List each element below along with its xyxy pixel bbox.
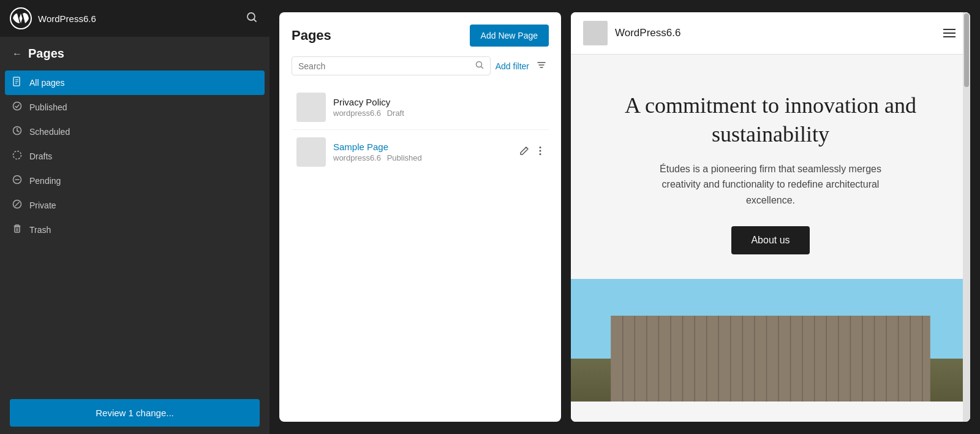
page-meta: wordpress6.6 Draft bbox=[333, 108, 544, 118]
private-icon bbox=[12, 199, 22, 211]
edit-icon bbox=[519, 146, 529, 156]
sidebar: WordPress6.6 ← Pages All pages bbox=[0, 0, 270, 434]
sidebar-nav: All pages Published Scheduled bbox=[0, 66, 270, 392]
building-illustration bbox=[571, 279, 970, 402]
search-icon bbox=[246, 12, 257, 23]
sidebar-item-all-pages-label: All pages bbox=[29, 78, 65, 88]
sidebar-header: WordPress6.6 bbox=[0, 0, 270, 37]
preview-header-left: WordPress6.6 bbox=[583, 21, 680, 45]
wp-logo-icon bbox=[10, 7, 32, 29]
preview-site-name: WordPress6.6 bbox=[615, 27, 680, 39]
svg-point-25 bbox=[540, 150, 541, 152]
search-bar: Add filter bbox=[292, 56, 549, 75]
building-image bbox=[571, 279, 970, 402]
page-status: Published bbox=[387, 153, 422, 162]
sidebar-item-drafts-label: Drafts bbox=[29, 151, 52, 161]
page-thumbnail bbox=[296, 137, 326, 167]
sidebar-pages-header: ← Pages bbox=[0, 37, 270, 66]
preview-header: WordPress6.6 bbox=[571, 12, 970, 55]
svg-point-26 bbox=[540, 153, 541, 155]
hamburger-icon bbox=[943, 29, 956, 37]
svg-point-7 bbox=[13, 102, 21, 110]
add-new-page-button[interactable]: Add New Page bbox=[470, 25, 549, 47]
edit-page-button[interactable] bbox=[517, 143, 532, 161]
sidebar-item-published[interactable]: Published bbox=[0, 95, 270, 120]
pages-panel-header: Pages Add New Page bbox=[292, 25, 549, 47]
sidebar-footer: Review 1 change... bbox=[0, 392, 270, 434]
more-icon bbox=[539, 146, 541, 156]
trash-icon bbox=[12, 224, 22, 236]
page-author: wordpress6.6 bbox=[333, 153, 381, 162]
preview-scrollbar[interactable] bbox=[963, 12, 970, 422]
hamburger-menu-button[interactable] bbox=[941, 24, 958, 43]
sidebar-item-private-label: Private bbox=[29, 200, 56, 210]
pending-icon bbox=[12, 175, 22, 187]
page-name: Privacy Policy bbox=[333, 97, 544, 107]
hero-title: A commitment to innovation and sustainab… bbox=[595, 91, 946, 149]
about-us-button[interactable]: About us bbox=[731, 226, 809, 254]
drafts-icon bbox=[12, 150, 22, 162]
search-button[interactable] bbox=[244, 9, 260, 28]
sidebar-item-published-label: Published bbox=[29, 102, 67, 112]
svg-point-11 bbox=[13, 151, 21, 159]
preview-panel: WordPress6.6 A commitment to innovation … bbox=[571, 12, 970, 422]
page-name-link[interactable]: Sample Page bbox=[333, 142, 510, 152]
filter-icon bbox=[537, 60, 546, 70]
page-thumbnail bbox=[296, 93, 326, 122]
sidebar-item-private[interactable]: Private bbox=[0, 193, 270, 218]
sidebar-item-drafts[interactable]: Drafts bbox=[0, 144, 270, 169]
published-icon bbox=[12, 101, 22, 113]
sidebar-item-trash[interactable]: Trash bbox=[0, 218, 270, 242]
more-options-button[interactable] bbox=[537, 143, 544, 161]
sidebar-pages-title: Pages bbox=[28, 47, 64, 61]
sidebar-header-left: WordPress6.6 bbox=[10, 7, 96, 29]
page-list: Privacy Policy wordpress6.6 Draft Sample… bbox=[292, 85, 549, 174]
search-icon-small bbox=[475, 61, 484, 71]
page-meta: wordpress6.6 Published bbox=[333, 153, 510, 162]
sidebar-item-pending[interactable]: Pending bbox=[0, 169, 270, 193]
page-author: wordpress6.6 bbox=[333, 108, 381, 118]
svg-line-10 bbox=[17, 131, 19, 132]
main-area: Pages Add New Page Add filter bbox=[270, 0, 980, 434]
table-row: Sample Page wordpress6.6 Published bbox=[292, 130, 549, 174]
filter-icon-button[interactable] bbox=[534, 58, 549, 75]
review-changes-button[interactable]: Review 1 change... bbox=[10, 399, 260, 427]
svg-line-15 bbox=[15, 202, 19, 206]
sidebar-item-trash-label: Trash bbox=[29, 225, 51, 235]
page-actions bbox=[517, 143, 544, 161]
search-input[interactable] bbox=[298, 61, 472, 71]
svg-point-24 bbox=[540, 147, 541, 148]
sidebar-item-all-pages[interactable]: All pages bbox=[5, 70, 265, 95]
search-input-wrap bbox=[292, 56, 491, 75]
sidebar-item-scheduled-label: Scheduled bbox=[29, 127, 70, 137]
page-status: Draft bbox=[387, 108, 404, 118]
hero-subtitle: Études is a pioneering firm that seamles… bbox=[642, 161, 899, 208]
preview-logo bbox=[583, 21, 608, 45]
pages-panel-title: Pages bbox=[292, 28, 331, 44]
preview-content: A commitment to innovation and sustainab… bbox=[571, 55, 970, 422]
scheduled-icon bbox=[12, 126, 22, 138]
back-arrow-icon[interactable]: ← bbox=[12, 48, 22, 59]
svg-rect-16 bbox=[15, 227, 20, 232]
add-filter-link[interactable]: Add filter bbox=[496, 61, 529, 71]
sidebar-item-scheduled[interactable]: Scheduled bbox=[0, 120, 270, 144]
pages-panel: Pages Add New Page Add filter bbox=[279, 12, 561, 422]
svg-line-2 bbox=[254, 19, 257, 21]
site-name-label: WordPress6.6 bbox=[38, 13, 96, 24]
svg-line-20 bbox=[481, 67, 483, 69]
pages-icon bbox=[12, 77, 22, 89]
page-info: Privacy Policy wordpress6.6 Draft bbox=[333, 97, 544, 118]
table-row: Privacy Policy wordpress6.6 Draft bbox=[292, 85, 549, 130]
sidebar-item-pending-label: Pending bbox=[29, 176, 61, 186]
preview-scrollbar-thumb bbox=[964, 13, 969, 87]
page-info: Sample Page wordpress6.6 Published bbox=[333, 142, 510, 162]
hero-section: A commitment to innovation and sustainab… bbox=[571, 55, 970, 279]
